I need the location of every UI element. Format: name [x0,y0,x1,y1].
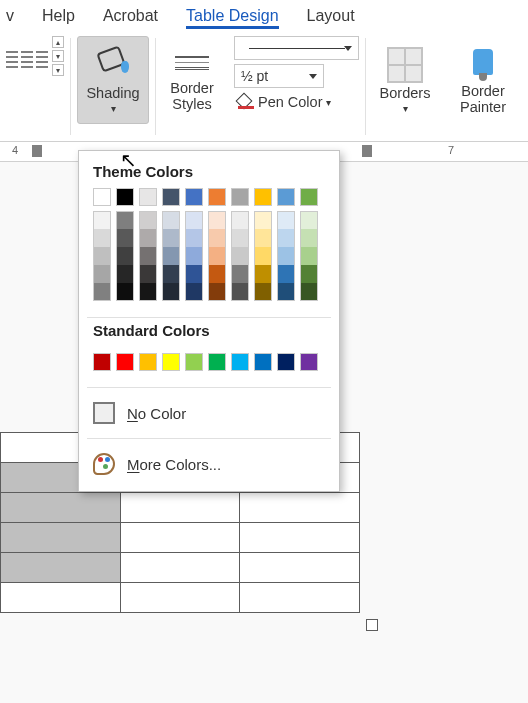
color-swatch[interactable] [139,353,157,371]
borders-button[interactable]: Borders ▾ [372,36,438,124]
color-swatch[interactable] [277,265,295,283]
more-colors-item[interactable]: More Colors... [79,443,339,485]
color-swatch[interactable] [116,188,134,206]
color-swatch[interactable] [185,283,203,301]
color-swatch[interactable] [231,353,249,371]
color-swatch[interactable] [93,265,111,283]
ruler-column-marker[interactable] [32,145,42,157]
color-swatch[interactable] [254,229,272,247]
pen-color-label: Pen Color [258,94,322,110]
color-swatch[interactable] [208,188,226,206]
color-swatch[interactable] [277,247,295,265]
color-swatch[interactable] [185,211,203,229]
color-swatch[interactable] [116,211,134,229]
color-swatch[interactable] [139,265,157,283]
color-swatch[interactable] [185,247,203,265]
color-swatch[interactable] [162,265,180,283]
color-swatch[interactable] [254,353,272,371]
color-swatch[interactable] [93,283,111,301]
color-swatch[interactable] [300,283,318,301]
shading-color-dropdown: Theme Colors Standard Colors No Color Mo… [78,150,340,492]
color-swatch[interactable] [300,247,318,265]
tab-help[interactable]: Help [42,3,75,29]
color-swatch[interactable] [277,229,295,247]
color-swatch[interactable] [185,265,203,283]
gallery-scroll[interactable]: ▴▾▾ [52,36,64,76]
color-swatch[interactable] [231,188,249,206]
line-weight-select[interactable]: ½ pt [234,64,324,88]
color-swatch[interactable] [300,265,318,283]
tab-acrobat[interactable]: Acrobat [103,3,158,29]
color-swatch[interactable] [162,353,180,371]
color-swatch[interactable] [231,211,249,229]
color-swatch[interactable] [93,188,111,206]
color-swatch[interactable] [139,188,157,206]
color-swatch[interactable] [116,265,134,283]
color-swatch[interactable] [139,211,157,229]
table-row [1,553,360,583]
color-swatch[interactable] [139,283,157,301]
color-swatch[interactable] [185,188,203,206]
color-swatch[interactable] [208,265,226,283]
tab-layout[interactable]: Layout [307,3,355,29]
color-swatch[interactable] [254,283,272,301]
color-swatch[interactable] [116,353,134,371]
color-swatch[interactable] [208,211,226,229]
tab-table-design[interactable]: Table Design [186,3,279,29]
color-swatch[interactable] [300,353,318,371]
border-styles-button[interactable]: Border Styles [162,36,222,124]
color-swatch[interactable] [93,229,111,247]
ruler-column-marker[interactable] [362,145,372,157]
color-swatch[interactable] [231,229,249,247]
color-swatch[interactable] [300,229,318,247]
color-swatch[interactable] [162,247,180,265]
border-painter-button[interactable]: Border Painter [450,36,516,124]
color-swatch[interactable] [254,265,272,283]
color-swatch[interactable] [208,229,226,247]
color-swatch[interactable] [185,353,203,371]
table-row [1,523,360,553]
color-swatch[interactable] [162,229,180,247]
color-swatch[interactable] [162,211,180,229]
table-row [1,493,360,523]
color-swatch[interactable] [231,283,249,301]
border-painter-label: Border Painter [460,83,506,115]
border-line-style-select[interactable] [234,36,359,60]
theme-shade-grid [79,211,339,313]
color-swatch[interactable] [254,247,272,265]
paint-bucket-icon [93,47,133,83]
color-swatch[interactable] [208,247,226,265]
color-swatch[interactable] [139,247,157,265]
color-swatch[interactable] [208,353,226,371]
color-swatch[interactable] [300,188,318,206]
color-swatch[interactable] [254,188,272,206]
chevron-down-icon: ▾ [111,103,116,114]
color-swatch[interactable] [208,283,226,301]
color-swatch[interactable] [116,247,134,265]
color-swatch[interactable] [162,188,180,206]
no-color-item[interactable]: No Color [79,392,339,434]
color-swatch[interactable] [185,229,203,247]
table-style-gallery-icon[interactable] [6,45,48,68]
color-swatch[interactable] [162,283,180,301]
pen-color-button[interactable]: Pen Color ▾ [234,92,335,112]
color-swatch[interactable] [116,229,134,247]
color-swatch[interactable] [231,265,249,283]
ribbon-tabs: v Help Acrobat Table Design Layout [0,0,528,32]
table-resize-handle[interactable] [366,619,378,631]
color-swatch[interactable] [231,247,249,265]
color-swatch[interactable] [93,353,111,371]
color-swatch[interactable] [93,247,111,265]
tab-partial[interactable]: v [6,3,14,29]
shading-button[interactable]: Shading ▾ [77,36,149,124]
color-swatch[interactable] [277,188,295,206]
color-swatch[interactable] [139,229,157,247]
color-swatch[interactable] [93,211,111,229]
color-swatch[interactable] [277,211,295,229]
color-swatch[interactable] [300,211,318,229]
color-swatch[interactable] [277,283,295,301]
color-swatch[interactable] [116,283,134,301]
table-row [1,583,360,613]
color-swatch[interactable] [277,353,295,371]
color-swatch[interactable] [254,211,272,229]
